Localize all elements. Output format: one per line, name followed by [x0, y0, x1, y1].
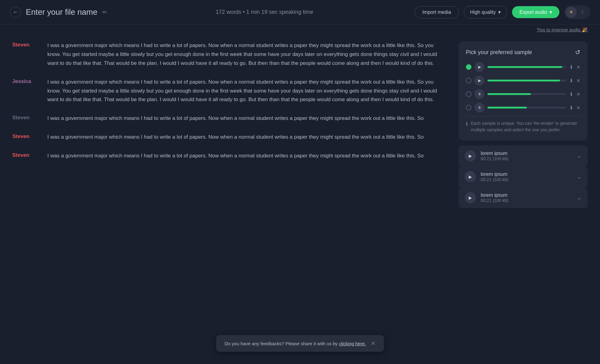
sample-info: ℹ Each sample is unique. You can 'Re-ren…	[466, 116, 580, 133]
script-text: I was a government major which means I h…	[47, 133, 446, 142]
header-stats: 172 words • 1 min 19 sec speaking time	[216, 9, 313, 15]
audio-play-button[interactable]: ▶	[465, 192, 476, 203]
export-audio-button[interactable]: Export audio	[512, 6, 559, 18]
feedback-text: Do you have any feedbacks? Please share …	[225, 341, 366, 346]
script-entry: Jessica I was a government major which m…	[12, 78, 446, 105]
header: ← Enter your file name ✏ 172 words • 1 m…	[0, 0, 600, 25]
audio-item[interactable]: ▶ lorem ipsum 00:21 (100 kb) ⌄	[459, 187, 588, 208]
sample-close-button[interactable]: ✕	[576, 91, 580, 97]
speaker-name: Steven	[12, 133, 40, 142]
speaker-name: Steven	[12, 41, 40, 68]
audio-play-button[interactable]: ▶	[465, 150, 476, 161]
sample-download-button[interactable]: ⬇	[569, 105, 573, 111]
sun-icon: ☀	[569, 9, 573, 15]
moon-icon: ☾	[581, 9, 586, 15]
sample-download-button[interactable]: ⬇	[569, 91, 573, 97]
audio-title: lorem ipsum	[481, 192, 572, 198]
sample-picker-header: Pick your preferred sample ↺	[466, 49, 580, 56]
audio-meta: 00:21 (100 kb)	[481, 198, 572, 203]
audio-meta: 00:21 (100 kb)	[481, 177, 572, 182]
quality-button[interactable]: High quality	[464, 6, 507, 18]
sample-progress-fill	[487, 93, 531, 95]
script-text: I was a government major which means I h…	[47, 78, 446, 105]
sample-row: ▶ ⬇ ✕	[466, 76, 580, 85]
export-label: Export audio	[519, 10, 547, 15]
sample-play-button[interactable]: ⏸	[475, 103, 484, 113]
sample-row: ⏸ ⬇ ✕	[466, 89, 580, 99]
speaker-name: Jessica	[12, 78, 40, 105]
export-chevron-icon	[550, 9, 552, 15]
sample-download-button[interactable]: ⬇	[569, 64, 573, 70]
quality-label: High quality	[470, 10, 496, 15]
audio-title: lorem ipsum	[481, 172, 572, 177]
sample-close-button[interactable]: ✕	[576, 64, 580, 70]
script-entry: Steven I was a government major which me…	[12, 41, 446, 68]
script-text: I was a government major which means I h…	[47, 41, 446, 68]
edit-icon[interactable]: ✏	[102, 9, 107, 16]
script-text: I was a government major which means I h…	[47, 114, 446, 123]
audio-title: lorem ipsum	[481, 151, 572, 156]
sample-row: ⏸ ⬇ ✕	[466, 103, 580, 113]
refresh-button[interactable]: ↺	[575, 49, 580, 56]
back-button[interactable]: ←	[10, 7, 21, 18]
audio-info: lorem ipsum 00:21 (100 kb)	[481, 192, 572, 203]
audio-item[interactable]: ▶ lorem ipsum 00:21 (100 kb) ⌄	[459, 166, 588, 187]
right-panel: Pick your preferred sample ↺ ▶ ⬇ ✕ ▶ ⬇ ✕…	[459, 41, 588, 356]
sample-progress-bar	[487, 107, 566, 109]
feedback-bar: Do you have any feedbacks? Please share …	[216, 335, 384, 352]
audio-items-list: ▶ lorem ipsum 00:21 (100 kb) ⌄ ▶ lorem i…	[459, 145, 588, 208]
info-text: Each sample is unique. You can 'Re-rende…	[471, 120, 580, 133]
chevron-down-icon	[498, 9, 501, 15]
sample-progress-fill	[487, 107, 527, 109]
sample-radio[interactable]	[466, 78, 471, 83]
sample-play-button[interactable]: ▶	[475, 62, 484, 72]
sample-picker-title: Pick your preferred sample	[466, 49, 532, 56]
sample-radio[interactable]	[466, 91, 471, 97]
audio-info: lorem ipsum 00:21 (100 kb)	[481, 151, 572, 161]
sample-close-button[interactable]: ✕	[576, 78, 580, 84]
header-left: ← Enter your file name ✏	[10, 7, 114, 18]
sample-progress-bar	[487, 80, 566, 81]
script-panel: Steven I was a government major which me…	[12, 41, 446, 356]
sample-rows: ▶ ⬇ ✕ ▶ ⬇ ✕ ⏸ ⬇ ✕ ⏸ ⬇ ✕	[466, 62, 580, 113]
sample-progress-bar	[487, 93, 566, 95]
script-entry: Steven I was a government major which me…	[12, 152, 446, 160]
sample-progress-fill	[487, 80, 560, 81]
sample-radio[interactable]	[466, 64, 471, 70]
speaker-name: Steven	[12, 152, 40, 160]
theme-toggle: ☀ ☾	[564, 6, 590, 19]
script-text: I was a government major which means I h…	[47, 152, 446, 160]
feedback-close-button[interactable]: ✕	[371, 340, 375, 347]
audio-info: lorem ipsum 00:21 (100 kb)	[481, 172, 572, 182]
sample-picker: Pick your preferred sample ↺ ▶ ⬇ ✕ ▶ ⬇ ✕…	[459, 41, 588, 140]
script-entry: Steven I was a government major which me…	[12, 114, 446, 123]
main-content: Steven I was a government major which me…	[0, 35, 600, 362]
file-name-label: Enter your file name	[26, 7, 97, 17]
sample-progress-bar	[487, 66, 566, 68]
sample-play-button[interactable]: ▶	[475, 76, 484, 85]
light-theme-button[interactable]: ☀	[566, 7, 577, 18]
sample-play-button[interactable]: ⏸	[475, 89, 484, 99]
sample-progress-fill	[487, 66, 562, 68]
audio-item[interactable]: ▶ lorem ipsum 00:21 (100 kb) ⌄	[459, 145, 588, 166]
feedback-link[interactable]: clicking here.	[339, 341, 366, 346]
sample-row: ▶ ⬇ ✕	[466, 62, 580, 72]
sample-download-button[interactable]: ⬇	[569, 78, 573, 84]
chevron-down-icon: ⌄	[577, 152, 582, 159]
header-right: Import media High quality Export audio ☀…	[415, 6, 590, 19]
script-entry: Steven I was a government major which me…	[12, 133, 446, 142]
speaker-name: Steven	[12, 114, 40, 123]
info-icon: ℹ	[466, 121, 468, 127]
chevron-down-icon: ⌄	[577, 194, 582, 201]
chevron-down-icon: ⌄	[577, 173, 582, 180]
dark-theme-button[interactable]: ☾	[578, 7, 589, 18]
tips-link[interactable]: Tips to improve audio 🎉	[537, 27, 588, 33]
audio-play-button[interactable]: ▶	[465, 171, 476, 182]
audio-meta: 00:21 (100 kb)	[481, 156, 572, 161]
sample-radio[interactable]	[466, 105, 471, 110]
tips-bar: Tips to improve audio 🎉	[0, 25, 600, 35]
import-media-button[interactable]: Import media	[415, 6, 459, 18]
sample-close-button[interactable]: ✕	[576, 105, 580, 111]
